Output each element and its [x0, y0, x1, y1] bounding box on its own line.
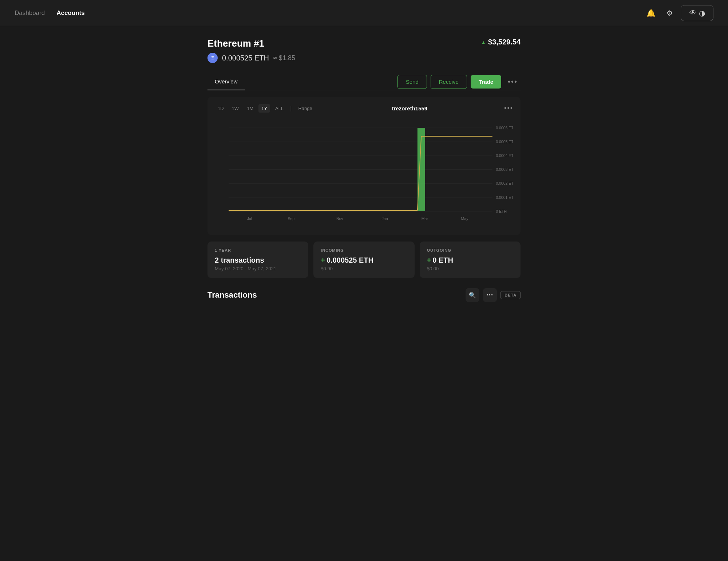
svg-text:Nov: Nov [336, 217, 343, 221]
chart-controls: 1D 1W 1M 1Y ALL | Range trezoreth1559 ••… [215, 104, 513, 113]
outgoing-plus: + [427, 256, 431, 264]
svg-text:Sep: Sep [288, 217, 294, 221]
top-nav: Dashboard Accounts 🔔 ⚙ 👁 ◑ [0, 0, 728, 26]
incoming-value: +0.000525 ETH [321, 256, 407, 264]
outgoing-usd: $0.00 [427, 266, 513, 271]
stat-card-incoming: INCOMING +0.000525 ETH $0.90 [313, 242, 414, 278]
gear-icon: ⚙ [666, 9, 673, 17]
incoming-usd: $0.90 [321, 266, 407, 271]
stat-card-outgoing: OUTGOING +0 ETH $0.00 [420, 242, 521, 278]
transactions-actions: 🔍 ••• BETA [466, 288, 521, 302]
chart-title: trezoreth1559 [392, 105, 428, 111]
svg-text:0.0001 ETH: 0.0001 ETH [496, 196, 513, 200]
nav-links: Dashboard Accounts [15, 8, 85, 18]
svg-text:0.0005 ETH: 0.0005 ETH [496, 140, 513, 144]
incoming-eth: 0.000525 ETH [327, 256, 373, 264]
tabs-bar: Overview Send Receive Trade ••• [207, 73, 521, 90]
svg-text:Mar: Mar [422, 217, 428, 221]
settings-button[interactable]: ⚙ [662, 5, 678, 21]
stat-cards: 1 YEAR 2 transactions May 07, 2020 - May… [207, 242, 521, 278]
account-info: Ethereum #1 Ξ 0.000525 ETH ≈ $1.85 [207, 38, 295, 63]
time-btn-1d[interactable]: 1D [215, 104, 227, 113]
time-btn-1w[interactable]: 1W [229, 104, 242, 113]
time-btn-1m[interactable]: 1M [244, 104, 256, 113]
eye-icon: 👁 [689, 9, 697, 17]
eth-icon: Ξ [207, 53, 218, 63]
svg-text:0 ETH: 0 ETH [496, 209, 507, 213]
time-filters: 1D 1W 1M 1Y ALL | Range [215, 104, 315, 113]
eth-balance: 0.000525 ETH [222, 54, 269, 62]
account-balance-row: Ξ 0.000525 ETH ≈ $1.85 [207, 53, 295, 63]
nav-dashboard[interactable]: Dashboard [15, 8, 45, 18]
chart-svg: 0.0006 ETH 0.0005 ETH 0.0004 ETH 0.0003 … [215, 118, 513, 228]
chart-more-button[interactable]: ••• [504, 105, 513, 112]
receive-button[interactable]: Receive [431, 75, 467, 89]
account-usd-value: ▲ $3,529.54 [481, 38, 521, 46]
tabs-left: Overview [207, 73, 245, 90]
transactions-date: May 07, 2020 - May 07, 2021 [215, 266, 301, 271]
transactions-title: Transactions [207, 290, 257, 300]
incoming-plus: + [321, 256, 325, 264]
svg-text:0.0002 ETH: 0.0002 ETH [496, 181, 513, 185]
more-transactions-button[interactable]: ••• [483, 288, 497, 302]
stat-card-period: 1 YEAR 2 transactions May 07, 2020 - May… [207, 242, 308, 278]
time-divider: | [290, 105, 292, 112]
nav-accounts[interactable]: Accounts [56, 8, 84, 18]
time-btn-1y[interactable]: 1Y [258, 104, 270, 113]
send-button[interactable]: Send [397, 75, 427, 89]
eth-usd-approx: ≈ $1.85 [273, 54, 295, 62]
notification-button[interactable]: 🔔 [643, 5, 659, 21]
search-transactions-button[interactable]: 🔍 [466, 288, 479, 302]
usd-value: $3,529.54 [488, 38, 521, 46]
tabs-actions: Send Receive Trade ••• [397, 75, 521, 89]
outgoing-value: +0 ETH [427, 256, 513, 264]
bell-icon: 🔔 [646, 9, 656, 17]
time-btn-range[interactable]: Range [295, 104, 315, 113]
svg-text:Jul: Jul [247, 217, 252, 221]
period-label: 1 YEAR [215, 248, 301, 252]
main-content: Ethereum #1 Ξ 0.000525 ETH ≈ $1.85 ▲ $3,… [200, 26, 528, 317]
trade-button[interactable]: Trade [471, 75, 501, 89]
chart-section: 1D 1W 1M 1Y ALL | Range trezoreth1559 ••… [207, 97, 521, 235]
svg-text:Jan: Jan [382, 217, 388, 221]
search-icon: 🔍 [469, 292, 476, 299]
outgoing-eth: 0 ETH [432, 256, 453, 264]
up-arrow-icon: ▲ [481, 39, 486, 45]
incoming-label: INCOMING [321, 248, 407, 252]
svg-text:May: May [461, 217, 469, 221]
account-header: Ethereum #1 Ξ 0.000525 ETH ≈ $1.85 ▲ $3,… [207, 38, 521, 63]
tab-overview[interactable]: Overview [207, 73, 245, 90]
outgoing-label: OUTGOING [427, 248, 513, 252]
svg-text:0.0006 ETH: 0.0006 ETH [496, 126, 513, 130]
beta-badge: BETA [500, 291, 521, 299]
chart-container: 0.0006 ETH 0.0005 ETH 0.0004 ETH 0.0003 … [215, 118, 513, 228]
view-toggle-button[interactable]: 👁 ◑ [681, 5, 713, 21]
nav-icons: 🔔 ⚙ 👁 ◑ [643, 5, 713, 21]
more-options-button[interactable]: ••• [505, 76, 521, 87]
svg-text:0.0003 ETH: 0.0003 ETH [496, 168, 513, 172]
svg-text:0.0004 ETH: 0.0004 ETH [496, 154, 513, 158]
ellipsis-icon: ••• [487, 293, 494, 298]
account-title: Ethereum #1 [207, 38, 295, 49]
time-btn-all[interactable]: ALL [272, 104, 286, 113]
transactions-header: Transactions 🔍 ••• BETA [207, 288, 521, 302]
transactions-value: 2 transactions [215, 256, 301, 264]
theme-icon: ◑ [699, 9, 705, 17]
